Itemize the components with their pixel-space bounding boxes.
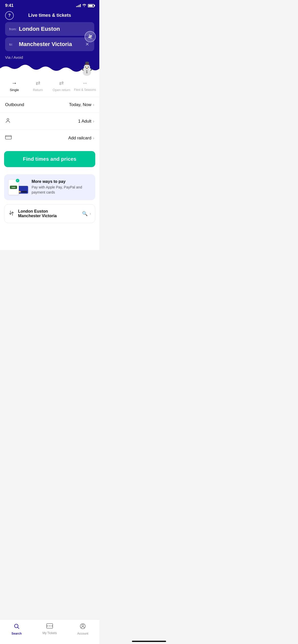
- header-top: ? Live times & tickets: [5, 13, 94, 18]
- flexi-arrows-icon: ↔: [82, 80, 88, 86]
- promo-text: More ways to pay Pay with Apple Pay, Pay…: [32, 179, 91, 195]
- search-fields: from: London Euston to: Manchester Victo…: [5, 22, 94, 51]
- check-icon: ✓: [16, 179, 19, 182]
- open-return-arrows-icon: ⇄: [59, 80, 64, 86]
- status-time: 9:41: [5, 3, 13, 8]
- tab-return-label: Return: [33, 88, 43, 92]
- promo-description: Pay with Apple Pay, PayPal and payment c…: [32, 185, 91, 195]
- tab-flexi-label: Flexi & Seasons: [74, 88, 96, 92]
- single-arrow-icon: →: [11, 80, 17, 86]
- page-title: Live times & tickets: [28, 13, 71, 18]
- from-value: London Euston: [19, 26, 90, 32]
- passengers-chevron: ›: [93, 119, 94, 124]
- person-icon: [5, 118, 12, 125]
- tab-return[interactable]: ⇄ Return: [26, 79, 50, 93]
- status-icons: [76, 4, 94, 8]
- find-button-container: Find times and prices: [0, 146, 99, 173]
- outbound-value: Today, Now ›: [69, 102, 94, 107]
- svg-point-0: [7, 119, 9, 120]
- outbound-selector[interactable]: Outbound Today, Now ›: [0, 97, 99, 113]
- tab-open-return[interactable]: ⇄ Open return: [50, 79, 73, 93]
- to-value: Manchester Victoria: [19, 41, 82, 48]
- search-icon: 🔍: [82, 211, 88, 216]
- promo-card[interactable]: train ✓ More ways to pay Pay with Apple …: [4, 174, 95, 200]
- return-arrows-icon: ⇄: [36, 80, 40, 86]
- recent-search-card[interactable]: London Euston Manchester Victoria 🔍 ›: [4, 204, 95, 223]
- battery-icon: [88, 4, 94, 7]
- tab-single-label: Single: [10, 88, 19, 92]
- via-avoid-link[interactable]: Via / Avoid: [5, 53, 94, 60]
- railcard-value: Add railcard ›: [68, 136, 94, 141]
- snow-decoration: ⛄: [0, 60, 99, 75]
- promo-icons: train ✓: [8, 179, 28, 195]
- passengers-selector[interactable]: 1 Adult ›: [0, 113, 99, 130]
- passengers-value: 1 Adult ›: [78, 119, 94, 124]
- outbound-label: Outbound: [5, 102, 69, 107]
- wifi-icon: [82, 4, 86, 8]
- recent-chevron: ›: [90, 211, 91, 216]
- find-times-prices-button[interactable]: Find times and prices: [4, 151, 95, 167]
- svg-rect-1: [5, 136, 11, 139]
- to-field[interactable]: to: Manchester Victoria ✕: [5, 37, 94, 51]
- recent-from: London Euston: [18, 209, 78, 214]
- swap-icon: [8, 210, 15, 217]
- status-bar: 9:41: [0, 0, 99, 10]
- recent-actions: 🔍 ›: [82, 211, 91, 216]
- to-label: to:: [9, 42, 17, 46]
- promo-title: More ways to pay: [32, 179, 91, 184]
- snowman-decoration: ⛄: [79, 61, 95, 76]
- swap-stations-button[interactable]: [85, 31, 96, 42]
- tab-single[interactable]: → Single: [3, 79, 26, 93]
- ticket-type-tabs: → Single ⇄ Return ⇄ Open return ↔ Flexi …: [0, 75, 99, 97]
- help-button[interactable]: ?: [5, 11, 14, 20]
- railcard-selector[interactable]: Add railcard ›: [0, 130, 99, 146]
- railcard-chevron: ›: [93, 136, 94, 140]
- railcard-icon: [5, 135, 12, 141]
- header: ? Live times & tickets from: London Eust…: [0, 10, 99, 60]
- recent-search-text: London Euston Manchester Victoria: [18, 209, 78, 218]
- tab-flexi-seasons[interactable]: ↔ Flexi & Seasons: [73, 79, 97, 93]
- signal-icon: [76, 4, 81, 7]
- recent-to: Manchester Victoria: [18, 214, 78, 218]
- main-content: → Single ⇄ Return ⇄ Open return ↔ Flexi …: [0, 75, 99, 250]
- outbound-chevron: ›: [93, 103, 94, 107]
- tab-open-return-label: Open return: [53, 88, 70, 92]
- from-field[interactable]: from: London Euston: [5, 22, 94, 36]
- from-label: from:: [9, 27, 17, 31]
- phone-card-icon: train ✓: [8, 179, 19, 195]
- train-logo: train: [10, 186, 17, 189]
